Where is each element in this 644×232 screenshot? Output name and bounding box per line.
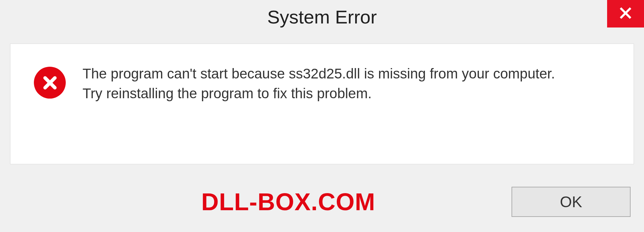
ok-button[interactable]: OK bbox=[512, 187, 631, 217]
close-icon bbox=[619, 7, 632, 21]
titlebar: System Error bbox=[0, 0, 644, 34]
error-icon bbox=[34, 67, 66, 99]
watermark-text: DLL-BOX.COM bbox=[201, 188, 375, 216]
close-button[interactable] bbox=[607, 0, 644, 27]
dialog-title: System Error bbox=[267, 6, 377, 28]
footer: DLL-BOX.COM OK bbox=[0, 178, 644, 225]
error-dialog-window: System Error The program can't start bec… bbox=[0, 0, 644, 232]
content-panel: The program can't start because ss32d25.… bbox=[10, 44, 634, 164]
error-message: The program can't start because ss32d25.… bbox=[83, 64, 555, 104]
